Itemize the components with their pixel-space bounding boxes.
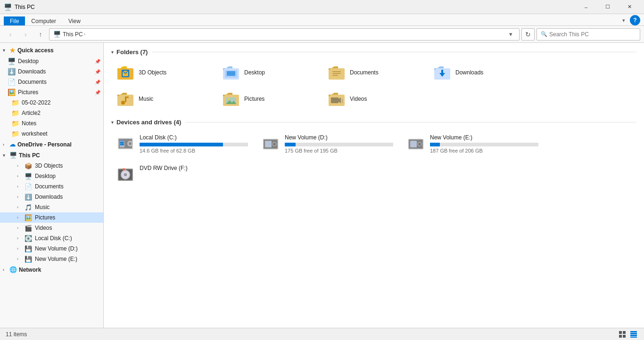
- folders-arrow[interactable]: ▾: [111, 50, 114, 55]
- videos-pc-icon: 🎬: [25, 224, 32, 232]
- svg-rect-30: [331, 97, 339, 103]
- network-header[interactable]: › 🌐 Network: [0, 264, 103, 275]
- forward-button[interactable]: ›: [19, 28, 32, 41]
- sidebar-item-downloads-pc[interactable]: › ⬇️ Downloads: [0, 192, 103, 202]
- tab-view[interactable]: View: [62, 16, 87, 25]
- close-button[interactable]: ✕: [619, 0, 640, 14]
- svg-rect-41: [120, 144, 122, 146]
- quick-access-header[interactable]: ▾ ★ Quick access: [0, 45, 103, 56]
- device-item-dvd-f[interactable]: DVD DVD RW Drive (F:): [111, 161, 253, 187]
- address-dropdown-button[interactable]: ▾: [506, 29, 515, 40]
- folders-divider: [152, 52, 636, 52]
- search-icon: 🔍: [541, 31, 547, 37]
- new-e-space: 187 GB free of 206 GB: [430, 148, 538, 154]
- sidebar-item-new-e[interactable]: › 💾 New Volume (E:): [0, 254, 103, 264]
- pin-icon-downloads: 📌: [95, 69, 100, 74]
- onedrive-header[interactable]: › ☁ OneDrive - Personal: [0, 139, 103, 150]
- devices-grid: Local Disk (C:) 14.6 GB free of 62.8 GB: [111, 130, 636, 187]
- title-bar-icon: 🖥️: [4, 3, 12, 11]
- search-bar[interactable]: 🔍: [537, 28, 640, 40]
- view-list-button[interactable]: [629, 330, 638, 339]
- sidebar-item-music-pc[interactable]: › 🎵 Music: [0, 202, 103, 212]
- thispc-header[interactable]: ▾ 🖥️ This PC: [0, 150, 103, 161]
- sidebar-item-pictures-pc[interactable]: › 🖼️ Pictures: [0, 212, 103, 223]
- sidebar-label-documents-pc: Documents: [35, 183, 64, 190]
- sidebar-label-downloads-pc: Downloads: [35, 194, 63, 200]
- sidebar-item-notes[interactable]: 📁 Notes: [0, 118, 103, 129]
- sidebar-item-documents-qa[interactable]: 📄 Documents 📌: [0, 77, 103, 87]
- quick-access-icon: ★: [9, 47, 16, 54]
- address-bar[interactable]: 🖥️ This PC › ▾: [49, 28, 520, 40]
- device-item-new-d[interactable]: New Volume (D:) 175 GB free of 195 GB: [256, 130, 398, 157]
- svg-rect-67: [630, 335, 637, 336]
- address-path: This PC ›: [63, 31, 85, 38]
- folder-item-desktop[interactable]: Desktop: [217, 60, 321, 85]
- up-button[interactable]: ↑: [34, 28, 47, 41]
- folder-item-3d-objects[interactable]: 3D Objects: [111, 60, 215, 85]
- sidebar-item-worksheet[interactable]: 📁 worksheet: [0, 129, 103, 139]
- sidebar-item-downloads-qa[interactable]: ⬇️ Downloads 📌: [0, 66, 103, 77]
- sidebar-item-new-d[interactable]: › 💾 New Volume (D:): [0, 243, 103, 254]
- sidebar-item-documents-pc[interactable]: › 📄 Documents: [0, 181, 103, 192]
- folder-item-videos[interactable]: Videos: [322, 87, 426, 111]
- device-item-local-c[interactable]: Local Disk (C:) 14.6 GB free of 62.8 GB: [111, 130, 253, 157]
- music-expand: ›: [17, 205, 22, 210]
- refresh-button[interactable]: ↻: [521, 28, 535, 40]
- svg-rect-62: [623, 331, 626, 334]
- nav-bar: ‹ › ↑ 🖥️ This PC › ▾ ↻ 🔍: [0, 26, 644, 43]
- folder-item-downloads[interactable]: Downloads: [428, 60, 532, 85]
- tab-file[interactable]: File: [4, 16, 25, 25]
- status-right: [618, 330, 638, 339]
- folder-label-videos: Videos: [350, 96, 367, 102]
- new-e-device-icon: [406, 134, 425, 153]
- quick-access-label: Quick access: [17, 47, 54, 54]
- network-arrow: ›: [3, 267, 8, 272]
- new-d-name: New Volume (D:): [285, 134, 393, 141]
- svg-rect-63: [619, 335, 622, 338]
- pin-icon-documents: 📌: [95, 80, 100, 85]
- folder-item-documents[interactable]: Documents: [322, 60, 426, 85]
- ribbon-expand-button[interactable]: ▾: [619, 16, 628, 24]
- downloads-pc-icon: ⬇️: [25, 193, 32, 201]
- search-input[interactable]: [549, 31, 636, 38]
- device-item-new-e[interactable]: New Volume (E:) 187 GB free of 206 GB: [402, 130, 543, 157]
- new-e-bar-bg: [430, 143, 538, 146]
- svg-rect-65: [630, 331, 637, 332]
- desktop-icon: 🖥️: [8, 57, 15, 65]
- documents-icon-qa: 📄: [8, 78, 15, 86]
- svg-point-46: [273, 143, 276, 146]
- address-segment-thispc[interactable]: This PC: [63, 31, 83, 38]
- music-large-icon: [116, 89, 135, 108]
- folders-section-label: Folders (7): [116, 49, 148, 56]
- dvd-f-device-icon: DVD: [116, 165, 135, 184]
- folder-label-pictures: Pictures: [244, 96, 264, 102]
- folder-item-pictures[interactable]: Pictures: [217, 87, 321, 111]
- new-e-name: New Volume (E:): [430, 134, 538, 141]
- local-c-device-icon: [116, 134, 135, 153]
- sidebar-item-desktop-pc[interactable]: › 🖥️ Desktop: [0, 171, 103, 181]
- documents-large-icon: [327, 63, 346, 82]
- devices-arrow[interactable]: ▾: [111, 120, 114, 125]
- sidebar-item-local-c[interactable]: › 💽 Local Disk (C:): [0, 233, 103, 243]
- view-grid-button[interactable]: [618, 330, 627, 339]
- minimize-button[interactable]: –: [575, 0, 597, 14]
- sidebar-label-new-e: New Volume (E:): [35, 256, 77, 262]
- sidebar-item-article2[interactable]: 📁 Article2: [0, 108, 103, 118]
- sidebar-item-videos-pc[interactable]: › 🎬 Videos: [0, 223, 103, 233]
- devices-section-header: ▾ Devices and drives (4): [111, 119, 636, 126]
- svg-rect-38: [120, 140, 124, 141]
- svg-point-26: [227, 98, 229, 100]
- title-bar-title: This PC: [15, 4, 35, 10]
- back-button[interactable]: ‹: [4, 28, 17, 41]
- sidebar-item-desktop-qa[interactable]: 🖥️ Desktop 📌: [0, 56, 103, 66]
- maximize-button[interactable]: ☐: [597, 0, 619, 14]
- help-button[interactable]: ?: [630, 15, 640, 25]
- folder-item-music[interactable]: Music: [111, 87, 215, 111]
- 3d-objects-large-icon: [116, 63, 135, 82]
- sidebar-item-3d-objects[interactable]: › 📦 3D Objects: [0, 161, 103, 171]
- sidebar-item-pictures-qa[interactable]: 🖼️ Pictures 📌: [0, 87, 103, 97]
- sidebar-label-documents-qa: Documents: [18, 79, 47, 85]
- sidebar-item-date-folder[interactable]: 📁 05-02-2022: [0, 97, 103, 108]
- sidebar-label-3d: 3D Objects: [35, 162, 63, 169]
- tab-computer[interactable]: Computer: [25, 16, 62, 25]
